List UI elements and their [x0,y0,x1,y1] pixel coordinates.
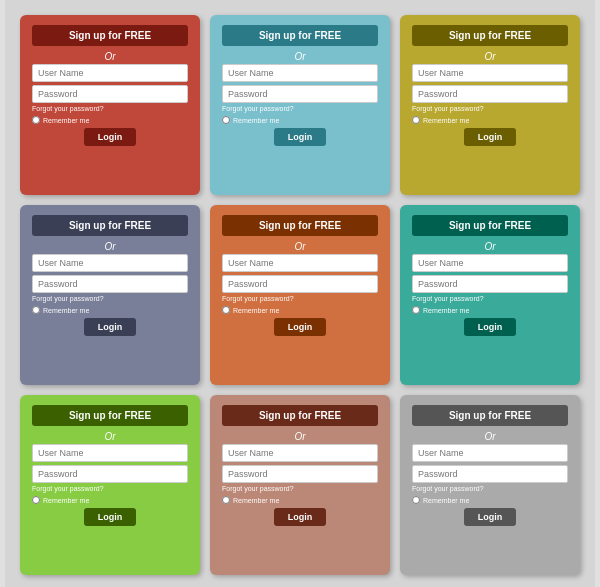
password-input[interactable] [222,85,378,103]
password-input[interactable] [412,275,568,293]
signup-button[interactable]: Sign up for FREE [222,405,378,426]
remember-row: Remember me [412,496,469,504]
remember-label: Remember me [233,307,279,314]
remember-row: Remember me [412,306,469,314]
remember-row: Remember me [32,306,89,314]
remember-row: Remember me [222,116,279,124]
remember-row: Remember me [222,306,279,314]
forgot-text: Forgot your password? [222,105,294,112]
cards-grid: Sign up for FREE Or Forgot your password… [5,0,595,587]
remember-label: Remember me [43,307,89,314]
username-input[interactable] [412,254,568,272]
remember-row: Remember me [32,496,89,504]
login-button[interactable]: Login [464,318,517,336]
login-button[interactable]: Login [84,318,137,336]
signup-button[interactable]: Sign up for FREE [222,25,378,46]
signup-button[interactable]: Sign up for FREE [32,405,188,426]
username-input[interactable] [412,64,568,82]
forgot-text: Forgot your password? [32,295,104,302]
forgot-text: Forgot your password? [412,485,484,492]
forgot-text: Forgot your password? [32,485,104,492]
username-input[interactable] [412,444,568,462]
remember-radio[interactable] [32,116,40,124]
forgot-text: Forgot your password? [412,105,484,112]
remember-row: Remember me [412,116,469,124]
forgot-text: Forgot your password? [412,295,484,302]
password-input[interactable] [32,465,188,483]
card-slate: Sign up for FREE Or Forgot your password… [20,205,200,385]
signup-button[interactable]: Sign up for FREE [412,215,568,236]
card-orange: Sign up for FREE Or Forgot your password… [210,205,390,385]
remember-label: Remember me [43,117,89,124]
remember-label: Remember me [423,497,469,504]
username-input[interactable] [32,254,188,272]
remember-label: Remember me [423,307,469,314]
remember-label: Remember me [233,117,279,124]
login-button[interactable]: Login [464,128,517,146]
login-button[interactable]: Login [464,508,517,526]
login-button[interactable]: Login [274,508,327,526]
card-teal: Sign up for FREE Or Forgot your password… [210,15,390,195]
login-button[interactable]: Login [274,128,327,146]
or-text: Or [484,51,495,62]
remember-label: Remember me [43,497,89,504]
signup-button[interactable]: Sign up for FREE [412,405,568,426]
or-text: Or [294,431,305,442]
remember-radio[interactable] [412,116,420,124]
or-text: Or [104,431,115,442]
signup-button[interactable]: Sign up for FREE [32,25,188,46]
forgot-text: Forgot your password? [222,485,294,492]
password-input[interactable] [222,465,378,483]
card-mauve: Sign up for FREE Or Forgot your password… [210,395,390,575]
card-green: Sign up for FREE Or Forgot your password… [20,395,200,575]
signup-button[interactable]: Sign up for FREE [32,215,188,236]
or-text: Or [104,51,115,62]
card-cyan: Sign up for FREE Or Forgot your password… [400,205,580,385]
username-input[interactable] [32,444,188,462]
username-input[interactable] [222,444,378,462]
remember-radio[interactable] [222,496,230,504]
remember-radio[interactable] [32,306,40,314]
forgot-text: Forgot your password? [222,295,294,302]
password-input[interactable] [32,85,188,103]
login-button[interactable]: Login [84,508,137,526]
card-red: Sign up for FREE Or Forgot your password… [20,15,200,195]
username-input[interactable] [222,64,378,82]
card-gray: Sign up for FREE Or Forgot your password… [400,395,580,575]
password-input[interactable] [222,275,378,293]
username-input[interactable] [222,254,378,272]
or-text: Or [294,241,305,252]
forgot-text: Forgot your password? [32,105,104,112]
or-text: Or [484,241,495,252]
signup-button[interactable]: Sign up for FREE [222,215,378,236]
or-text: Or [104,241,115,252]
password-input[interactable] [412,465,568,483]
remember-label: Remember me [233,497,279,504]
remember-radio[interactable] [412,306,420,314]
remember-radio[interactable] [222,306,230,314]
remember-row: Remember me [32,116,89,124]
password-input[interactable] [32,275,188,293]
or-text: Or [294,51,305,62]
signup-button[interactable]: Sign up for FREE [412,25,568,46]
password-input[interactable] [412,85,568,103]
remember-radio[interactable] [412,496,420,504]
login-button[interactable]: Login [84,128,137,146]
username-input[interactable] [32,64,188,82]
card-olive: Sign up for FREE Or Forgot your password… [400,15,580,195]
remember-radio[interactable] [222,116,230,124]
remember-label: Remember me [423,117,469,124]
or-text: Or [484,431,495,442]
login-button[interactable]: Login [274,318,327,336]
remember-radio[interactable] [32,496,40,504]
remember-row: Remember me [222,496,279,504]
